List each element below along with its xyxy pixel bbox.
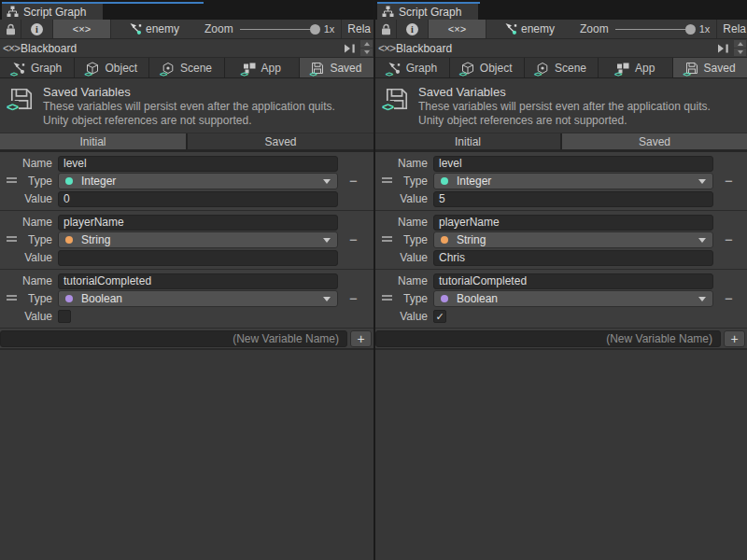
chevron-down-icon — [323, 238, 331, 243]
variable-type-dropdown[interactable]: Integer — [433, 173, 713, 189]
variable-value-checkbox[interactable] — [58, 310, 71, 323]
graph-breadcrumb[interactable]: enemy — [129, 22, 179, 35]
variable-name-input[interactable]: tutorialCompleted — [433, 273, 713, 289]
value-label: Value — [375, 310, 433, 323]
subtab-saved[interactable]: Saved — [188, 133, 374, 149]
variable-type-dropdown[interactable]: String — [433, 231, 713, 248]
scene-tab-icon: <> — [162, 62, 176, 75]
remove-variable-button[interactable]: − — [349, 235, 358, 245]
type-value: Integer — [457, 175, 491, 188]
section-title: Saved Variables — [418, 85, 740, 99]
subtab-initial[interactable]: Initial — [375, 133, 560, 149]
panel-expand-icon[interactable] — [717, 44, 729, 53]
variable-type-dropdown[interactable]: Boolean — [433, 290, 713, 307]
tab-graph[interactable]: <> Graph — [0, 58, 74, 77]
zoom-slider-knob[interactable] — [685, 24, 696, 35]
remove-variable-button[interactable]: − — [725, 235, 733, 245]
window-tab-label: Script Graph — [399, 6, 461, 19]
drag-handle-icon[interactable] — [7, 295, 17, 301]
drag-handle-icon[interactable] — [7, 236, 17, 242]
scroll-up-icon[interactable] — [360, 40, 373, 48]
new-variable-name-input[interactable]: (New Variable Name) — [375, 330, 721, 347]
tab-scene[interactable]: <> Scene — [525, 58, 599, 77]
variable-value-input[interactable]: 0 — [58, 191, 338, 207]
tab-object[interactable]: <> Object — [450, 58, 524, 77]
graph-breadcrumb[interactable]: enemy — [504, 22, 555, 35]
name-label: Name — [0, 274, 58, 287]
lock-button[interactable] — [0, 20, 21, 38]
chevron-down-icon — [698, 179, 706, 184]
add-variable-button[interactable]: + — [724, 330, 745, 347]
remove-variable-button[interactable]: − — [349, 294, 358, 303]
variable-value-input[interactable] — [58, 250, 338, 266]
tab-graph[interactable]: <> Graph — [375, 58, 449, 77]
variables-list: Name level Type Integer − Value 0 Name — [0, 152, 374, 350]
remove-variable-button[interactable]: − — [349, 176, 358, 186]
graph-name: enemy — [521, 22, 555, 35]
code-badge: <> — [459, 70, 466, 78]
variable-name-input[interactable]: playerName — [433, 215, 713, 231]
relations-button[interactable]: Rela — [723, 22, 746, 35]
panel-expand-icon[interactable] — [344, 44, 356, 53]
tab-label: Saved — [330, 62, 361, 75]
tab-scene[interactable]: <> Scene — [149, 58, 223, 77]
relations-button[interactable]: Rela — [347, 22, 371, 35]
drag-handle-icon[interactable] — [382, 236, 392, 242]
inspect-button[interactable]: i — [397, 20, 429, 38]
drag-handle-icon[interactable] — [382, 177, 392, 183]
lock-icon — [6, 23, 16, 35]
variable-type-dropdown[interactable]: Boolean — [58, 290, 338, 307]
scroll-down-icon[interactable] — [734, 49, 746, 56]
tab-app[interactable]: <> App — [225, 58, 299, 77]
remove-variable-button[interactable]: − — [725, 294, 733, 303]
add-variable-button[interactable]: + — [350, 330, 372, 347]
variable-type-dropdown[interactable]: Integer — [58, 173, 338, 189]
variable-name-input[interactable]: playerName — [58, 215, 338, 231]
tab-label: Saved — [704, 62, 736, 75]
tab-saved[interactable]: <> Saved — [673, 58, 747, 77]
scroll-down-icon[interactable] — [360, 49, 373, 56]
variable-name-input[interactable]: level — [58, 156, 338, 172]
section-description-1: These variables will persist even after … — [43, 100, 366, 113]
scrollbar[interactable] — [734, 40, 746, 57]
tab-object[interactable]: <> Object — [75, 58, 148, 77]
chevron-down-icon — [698, 238, 706, 243]
variable-value-checkbox[interactable]: ✓ — [433, 310, 446, 323]
code-badge: <> — [160, 70, 166, 78]
zoom-slider[interactable] — [240, 20, 320, 38]
saved-variables-icon: <> — [9, 87, 34, 111]
value-label: Value — [0, 192, 58, 205]
variable-name-input[interactable]: level — [433, 156, 713, 172]
scrollbar[interactable] — [360, 40, 373, 57]
zoom-slider-knob[interactable] — [310, 24, 320, 35]
type-value: Boolean — [457, 292, 498, 305]
inspect-button[interactable]: i — [21, 20, 53, 38]
zoom-value: 1x — [699, 23, 711, 35]
variable-scope-tabs: <> Graph <> Object <> Scene <> App — [375, 58, 747, 78]
type-value: String — [457, 233, 486, 246]
variable-type-dropdown[interactable]: String — [58, 231, 338, 248]
variable-name-input[interactable]: tutorialCompleted — [58, 273, 338, 289]
variable-row-level: Name level Type Integer − Value 0 — [0, 152, 374, 211]
subtab-saved[interactable]: Saved — [562, 133, 747, 149]
drag-handle-icon[interactable] — [382, 295, 392, 301]
tab-saved[interactable]: <> Saved — [300, 58, 374, 77]
code-badge: <> — [684, 70, 690, 78]
toolbar-divider — [341, 20, 342, 38]
blackboard-toggle-button[interactable]: <×> — [429, 20, 486, 38]
window-tab-script-graph[interactable]: Script Graph — [377, 4, 478, 20]
blackboard-toggle-button[interactable]: <×> — [53, 20, 111, 38]
variable-value-input[interactable]: Chris — [433, 250, 713, 266]
tab-app[interactable]: <> App — [599, 58, 672, 77]
subtab-initial[interactable]: Initial — [0, 133, 186, 149]
remove-variable-button[interactable]: − — [725, 176, 733, 186]
variable-row-playerName: Name playerName Type String − Value Chri… — [375, 211, 747, 270]
blackboard-header: <×> Blackboard — [0, 39, 374, 58]
drag-handle-icon[interactable] — [7, 177, 17, 183]
lock-button[interactable] — [375, 20, 397, 38]
new-variable-name-input[interactable]: (New Variable Name) — [0, 330, 347, 347]
window-tab-script-graph[interactable]: Script Graph — [2, 4, 103, 20]
variable-value-input[interactable]: 5 — [433, 191, 713, 207]
zoom-slider[interactable] — [615, 20, 696, 38]
scroll-up-icon[interactable] — [734, 40, 746, 48]
